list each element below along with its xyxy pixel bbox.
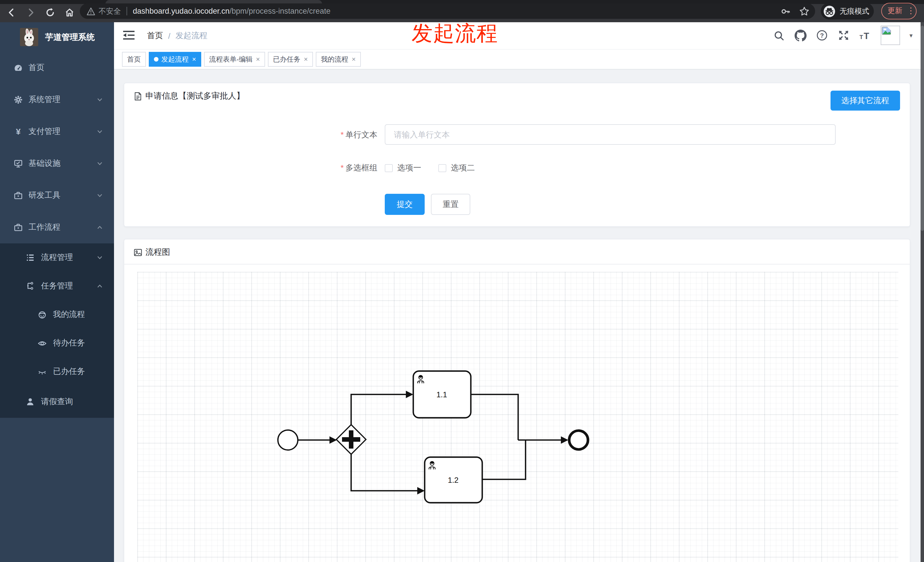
sidebar-item-label: 研发工具 — [28, 190, 60, 201]
github-icon[interactable] — [794, 29, 807, 42]
process-diagram-card: 流程图 — [124, 239, 910, 562]
single-line-text-input[interactable] — [385, 124, 836, 145]
eye-closed-icon — [38, 367, 47, 376]
checkbox-option-1[interactable]: 选项一 — [385, 163, 421, 173]
home-icon[interactable] — [64, 7, 75, 18]
tab-start-process[interactable]: 发起流程 × — [149, 52, 201, 67]
sidebar: 芋道管理系统 首页 系统管理 ¥ 支付管理 — [0, 22, 114, 562]
tab-close-icon[interactable]: × — [192, 55, 196, 63]
tags-view: 首页 发起流程 × 流程表单-编辑 × 已办任务 × 我的流程 × — [114, 49, 924, 69]
incognito-icon — [823, 5, 836, 17]
sidebar-item-workflow[interactable]: 工作流程 — [0, 211, 114, 243]
choose-other-process-button[interactable]: 选择其它流程 — [831, 91, 900, 111]
form-card-title: 申请信息【测试多审批人】 — [146, 91, 244, 102]
page-scrollbar[interactable] — [921, 22, 924, 562]
field-label-text: *单行文本 — [263, 130, 377, 140]
tab-label: 我的流程 — [321, 54, 348, 64]
sidebar-item-home[interactable]: 首页 — [0, 52, 114, 84]
tab-my-process[interactable]: 我的流程 × — [316, 52, 361, 67]
search-icon[interactable] — [772, 29, 785, 42]
yen-icon: ¥ — [14, 127, 23, 136]
svg-text:¥: ¥ — [16, 127, 21, 136]
tab-close-icon[interactable]: × — [352, 55, 356, 63]
chevron-up-icon — [97, 225, 103, 230]
tab-label: 已办任务 — [273, 54, 300, 64]
forward-icon[interactable] — [25, 7, 36, 18]
bookmark-star-icon[interactable] — [799, 6, 809, 16]
checkbox-option-2[interactable]: 选项二 — [438, 163, 475, 173]
sidebar-item-leave-query[interactable]: 请假查询 — [0, 386, 114, 418]
sidebar-item-done-tasks[interactable]: 已办任务 — [0, 357, 114, 386]
tab-form-edit[interactable]: 流程表单-编辑 × — [204, 52, 265, 67]
app-logo[interactable]: 芋道管理系统 — [0, 22, 114, 52]
submit-button[interactable]: 提交 — [385, 194, 424, 215]
breadcrumb-separator: / — [168, 31, 170, 40]
eye-open-icon — [38, 339, 47, 348]
card-title-row: 流程图 — [134, 247, 170, 258]
key-icon[interactable] — [780, 6, 790, 16]
bpmn-arrowhead — [561, 436, 568, 444]
tab-home[interactable]: 首页 — [122, 52, 146, 67]
sidebar-item-label: 支付管理 — [28, 127, 60, 137]
sidebar-item-payment[interactable]: ¥ 支付管理 — [0, 116, 114, 148]
dashboard-icon — [14, 63, 23, 72]
tab-close-icon[interactable]: × — [256, 55, 260, 63]
tab-label: 发起流程 — [161, 54, 189, 64]
sidebar-item-task-mgmt[interactable]: 任务管理 — [0, 272, 114, 300]
tab-close-icon[interactable]: × — [304, 55, 308, 63]
page-scrollbar-thumb[interactable] — [921, 25, 924, 231]
checkbox-icon[interactable] — [438, 164, 446, 172]
reload-icon[interactable] — [45, 7, 56, 18]
picture-icon — [134, 248, 142, 257]
back-icon[interactable] — [6, 7, 17, 18]
avatar-caret-icon[interactable]: ▾ — [909, 31, 913, 39]
checkbox-icon[interactable] — [385, 164, 393, 172]
app-title: 芋道管理系统 — [45, 31, 94, 42]
chevron-down-icon — [97, 129, 103, 135]
help-icon[interactable]: ? — [816, 29, 828, 42]
tab-label: 流程表单-编辑 — [209, 54, 252, 64]
broken-image-icon — [882, 27, 892, 35]
sidebar-item-infra[interactable]: 基础设施 — [0, 148, 114, 180]
warning-icon — [87, 7, 95, 15]
briefcase-icon — [14, 191, 23, 200]
breadcrumb: 首页 / 发起流程 — [147, 31, 207, 41]
sidebar-item-process-mgmt[interactable]: 流程管理 — [0, 243, 114, 272]
sidebar-item-todo-tasks[interactable]: 待办任务 — [0, 329, 114, 357]
sidebar-fold-icon[interactable] — [123, 30, 135, 40]
sidebar-item-devtools[interactable]: 研发工具 — [0, 180, 114, 211]
face-icon — [38, 310, 47, 319]
url-host: dashboard.yudao.iocoder.cn — [133, 7, 230, 15]
tab-done-tasks[interactable]: 已办任务 × — [268, 52, 313, 67]
fullscreen-icon[interactable] — [838, 29, 850, 42]
checkbox-group: 选项一 选项二 — [385, 162, 475, 173]
checkbox-label: 选项一 — [397, 163, 421, 173]
list-icon — [26, 253, 35, 262]
avatar[interactable] — [881, 25, 900, 45]
svg-text:?: ? — [820, 32, 824, 39]
apply-info-card: 申请信息【测试多审批人】 选择其它流程 *单行文本 *多选框组 选项一 选项二 … — [124, 82, 910, 227]
workflow-submenu: 流程管理 任务管理 我的流程 — [0, 243, 114, 418]
user-icon — [26, 397, 35, 406]
url-bar[interactable]: 不安全 dashboard.yudao.iocoder.cn/bpm/proce… — [80, 3, 815, 19]
security-label[interactable]: 不安全 — [99, 6, 121, 16]
svg-text:T: T — [864, 31, 869, 41]
chevron-down-icon — [97, 255, 103, 261]
app-header: 首页 / 发起流程 ? TT — [114, 22, 924, 49]
sidebar-item-my-process[interactable]: 我的流程 — [0, 300, 114, 329]
reset-button[interactable]: 重置 — [431, 194, 470, 215]
bpmn-arrowhead — [406, 391, 413, 398]
update-label[interactable]: 更新 — [888, 6, 902, 16]
font-size-icon[interactable]: TT — [859, 29, 872, 42]
field-label-checkbox: *多选框组 — [263, 163, 377, 173]
bpmn-canvas[interactable]: 1.1 1.2 — [137, 272, 898, 562]
tab-label: 首页 — [127, 54, 141, 64]
browser-update-button[interactable]: 更新 — [881, 3, 916, 19]
bpmn-arrowhead — [417, 487, 424, 495]
divider — [124, 264, 910, 264]
breadcrumb-home[interactable]: 首页 — [147, 31, 163, 41]
chevron-down-icon — [97, 161, 103, 166]
browser-menu-icon[interactable] — [910, 7, 912, 15]
sidebar-item-label: 基础设施 — [28, 159, 60, 169]
sidebar-item-system[interactable]: 系统管理 — [0, 84, 114, 116]
